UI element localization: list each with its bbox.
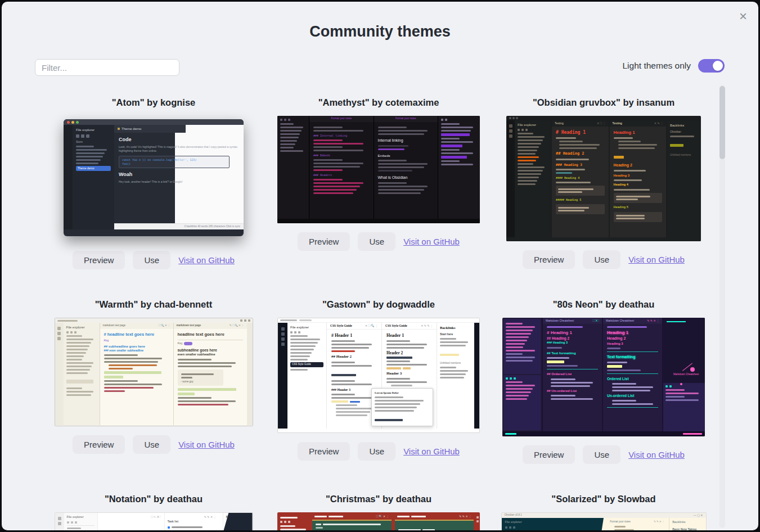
preview-button[interactable]: Preview bbox=[523, 445, 575, 464]
use-button[interactable]: Use bbox=[583, 250, 620, 269]
github-link[interactable]: Visit on GitHub bbox=[403, 237, 460, 246]
mock-paragraph bbox=[378, 182, 434, 194]
text-line bbox=[441, 149, 460, 151]
mock-tab-title bbox=[314, 516, 343, 517]
mock-paragraph: Look, it's code! It's highlighted! This … bbox=[119, 145, 239, 153]
mock-heading: Heading 3 bbox=[607, 341, 658, 346]
github-link[interactable]: Visit on GitHub bbox=[178, 255, 235, 265]
text-line bbox=[386, 381, 427, 383]
text-line bbox=[290, 352, 312, 354]
preview-button[interactable]: Preview bbox=[523, 250, 575, 269]
mock-sidebar-title: File explorer bbox=[505, 520, 590, 525]
mock-code-block bbox=[614, 193, 663, 203]
text-line bbox=[66, 359, 83, 360]
search-icon bbox=[58, 522, 61, 525]
text-line bbox=[518, 166, 545, 168]
mock-highlight-row bbox=[386, 357, 432, 359]
mock-panel-title: Backlinks bbox=[440, 325, 471, 330]
light-themes-toggle[interactable] bbox=[698, 59, 725, 73]
theme-card: "Christmas" by deathau bbox=[277, 486, 480, 530]
mock-titlebar bbox=[509, 117, 518, 119]
mock-panes: ⛶ 🔍 ✕ ⋮ bbox=[312, 512, 475, 530]
mock-status-chip bbox=[505, 433, 516, 435]
text-line bbox=[109, 368, 133, 369]
mock-tag: #tag bbox=[178, 342, 183, 345]
close-icon[interactable]: × bbox=[738, 8, 748, 24]
text-line bbox=[518, 163, 533, 165]
mock-right-rail bbox=[474, 323, 479, 429]
text-line bbox=[280, 143, 295, 145]
mock-divider bbox=[607, 407, 658, 408]
github-link[interactable]: Visit on GitHub bbox=[178, 440, 235, 449]
mock-note-content: Heading 1 Heading 2 Heading 3 Text forma… bbox=[603, 324, 662, 412]
text-line bbox=[331, 347, 369, 349]
use-button[interactable]: Use bbox=[583, 445, 620, 464]
mock-heading: ### Header 3 bbox=[331, 387, 377, 392]
star-icon bbox=[509, 134, 512, 138]
scrollbar-thumb[interactable] bbox=[719, 86, 725, 159]
text-line bbox=[607, 362, 627, 363]
mock-highlight-chip bbox=[178, 393, 195, 395]
use-button[interactable]: Use bbox=[133, 251, 170, 269]
mock-code-lines bbox=[313, 139, 370, 145]
text-line bbox=[614, 529, 634, 530]
traffic-light-icon bbox=[512, 117, 515, 119]
filter-input[interactable] bbox=[35, 59, 179, 76]
preview-button[interactable]: Preview bbox=[73, 435, 125, 454]
mock-list bbox=[607, 383, 658, 391]
text-line bbox=[378, 160, 407, 161]
text-line bbox=[313, 166, 360, 168]
mock-panel-icons bbox=[665, 385, 703, 387]
new-file-icon bbox=[506, 377, 508, 380]
mock-titlebar bbox=[64, 119, 244, 125]
scrollbar-track[interactable] bbox=[719, 85, 725, 528]
mock-file-list bbox=[280, 123, 306, 152]
mock-heading: ### Embeds bbox=[313, 154, 370, 157]
use-button[interactable]: Use bbox=[133, 435, 170, 454]
github-link[interactable]: Visit on GitHub bbox=[628, 450, 685, 459]
text-line bbox=[614, 526, 626, 528]
text-line bbox=[612, 400, 636, 402]
text-line bbox=[616, 218, 645, 219]
mock-file-list bbox=[280, 525, 309, 530]
text-line bbox=[66, 372, 88, 374]
traffic-light-zoom-icon bbox=[76, 121, 79, 124]
mock-popup-title: Lorem Ipsum Dolor bbox=[375, 391, 430, 395]
preview-button[interactable]: Preview bbox=[298, 442, 350, 461]
theme-card-title: "Christmas" by deathau bbox=[326, 494, 431, 504]
text-line bbox=[614, 137, 633, 139]
mock-tab-icons: ✎ ✎ ✕ ⋮ bbox=[654, 520, 665, 524]
mock-graph-toolbar bbox=[667, 321, 686, 322]
mock-paragraph bbox=[665, 389, 703, 394]
text-line bbox=[440, 338, 456, 340]
text-line bbox=[178, 397, 212, 399]
mock-tab-title bbox=[397, 516, 426, 517]
mock-paragraph bbox=[386, 340, 432, 349]
preview-button[interactable]: Preview bbox=[73, 251, 125, 269]
github-link[interactable]: Visit on GitHub bbox=[628, 255, 685, 264]
mock-selected-file bbox=[66, 380, 94, 384]
mock-sidebar: File explorer bbox=[64, 513, 98, 530]
mock-divider bbox=[67, 525, 95, 526]
mock-heading: # Heading 1 bbox=[547, 330, 598, 336]
mock-paragraph bbox=[665, 396, 703, 401]
mock-file-list bbox=[518, 133, 548, 155]
mock-heading: # Heading 1 bbox=[556, 129, 605, 136]
use-button[interactable]: Use bbox=[358, 442, 395, 461]
graph-icon bbox=[58, 517, 61, 520]
sort-icon bbox=[514, 377, 516, 380]
mock-heading: #### Heading 4 bbox=[556, 176, 605, 180]
text-line bbox=[336, 404, 357, 406]
text-line bbox=[181, 377, 193, 378]
mock-backlinks-panel: Backlinks Basic Note Taking bbox=[669, 518, 705, 530]
text-line bbox=[518, 143, 541, 145]
mock-highlight-chip bbox=[547, 360, 564, 363]
github-link[interactable]: Visit on GitHub bbox=[403, 447, 460, 456]
mock-heading: # Header 1 bbox=[331, 332, 377, 339]
use-button[interactable]: Use bbox=[358, 232, 395, 251]
sort-icon bbox=[288, 521, 290, 523]
mock-preview: Testing✕ ✎ ⋮ Heading 1 Heading 2 Heading… bbox=[609, 120, 667, 237]
mock-window-title: Obsidian v0.8.1 bbox=[505, 513, 522, 517]
preview-button[interactable]: Preview bbox=[298, 232, 350, 251]
mock-link-line bbox=[556, 172, 572, 174]
